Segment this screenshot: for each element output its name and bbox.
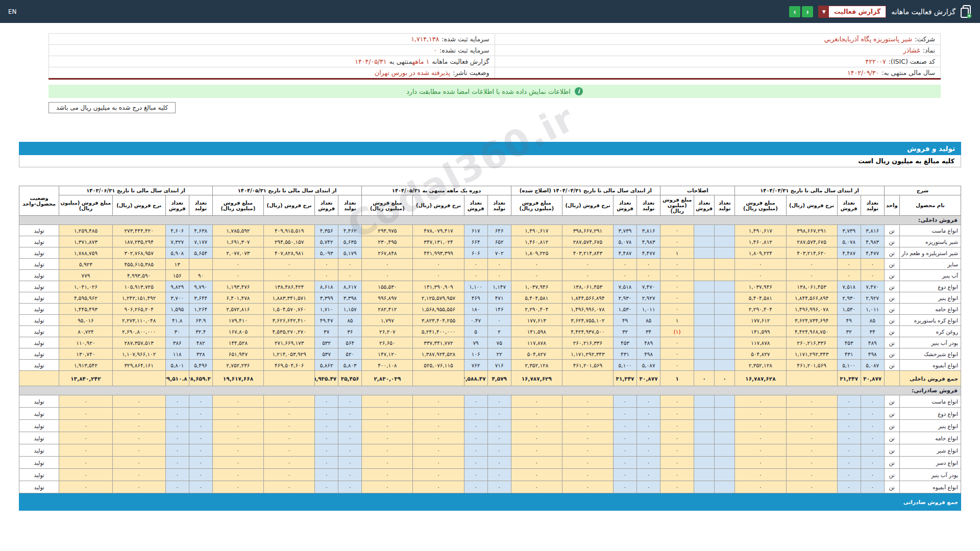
column-header: تعداد تولید [715,195,735,216]
data-cell: ۳۹۸,۶۶۷,۲۹۱ [786,225,837,236]
data-cell: ۳۴ [861,326,884,337]
data-cell: ۱,۴۶۰,۸۱۲ [735,236,786,247]
language-toggle[interactable]: EN [8,8,17,15]
data-cell: ۰ [837,432,861,444]
data-cell: ۱۶۷,۸۰۵ [212,326,263,337]
data-cell: ۱,۴۹۶,۹۹۶,۰۷۸ [562,304,613,315]
unit-cell: تن [884,420,899,432]
data-cell: ۵,۱۰۰ [614,360,637,371]
data-cell: ۰ [660,408,694,420]
data-cell: ۲۸۲,۴۱۲ [362,304,413,315]
data-cell: ۰ [735,444,786,457]
table-row: پودر آب پنیرتن۰۰۰۰۰۰۰۰۰۰۰۰۰۰۰۰۰۰۰۰۰تولید [19,469,961,481]
data-cell: ۰ [660,236,694,247]
table-row: شرکت:شیر پاستوریزه پگاه آذربايجانغربي سر… [49,34,941,45]
data-cell: ۰ [562,408,613,420]
data-cell: ۰ [165,469,189,481]
data-cell: ۰ [338,395,362,408]
data-cell: ۱۴۱,۳۹۰,۹۰۹ [413,281,464,292]
data-cell [715,225,735,236]
data-cell: ۳۰,۸۷۷ [861,371,884,386]
column-header: تعداد فروش [315,195,338,216]
data-cell: ۰ [338,420,362,432]
data-cell: ۰.۴۷ [464,315,487,326]
data-cell: ۰ [464,408,487,420]
data-cell [637,493,660,511]
product-name-cell: انواع کره پاستوریزه [899,315,961,326]
data-cell [694,457,715,469]
isic-code-cell: کد صنعت (ISIC):۴۲۲۰۰۷ [495,56,941,67]
data-cell: ۴,۴۷۷ [861,247,884,259]
data-cell: ۱,۰۳۷,۹۴۶ [735,281,786,292]
data-cell: ۰ [660,481,694,493]
data-cell: ۴۸۲ [189,337,212,348]
field-value: ۱۴۰۲/۰۹/۳۰ [847,69,879,77]
product-name-cell: پودر آب پنیر [899,469,961,481]
table-row: انواع پنیرتن۰۰۰۰۰۰۰۰۰۰۰۰۰۰۰۰۰۰۰۰۰تولید [19,420,961,432]
data-cell [264,371,315,386]
data-cell [715,247,735,259]
fiscal-year-end-cell: سال مالی منتهی به:۱۴۰۲/۰۹/۳۰ [495,67,941,79]
data-cell: ۳,۸۱۶ [861,225,884,236]
column-header: از ابتدای سال مالی تا تاریخ ۱۴۰۴/۰۵/۳۱ [212,186,361,195]
data-cell: ۱,۱۵۷ [338,304,362,315]
data-cell: ۳۲ [837,326,861,337]
data-cell: ۰ [264,432,315,444]
data-cell: ۰ [413,420,464,432]
data-cell: ۲۹۴,۹۷۵ [362,225,413,236]
data-cell: ۰ [464,444,487,457]
data-cell: ۰ [637,457,660,469]
data-cell: ۰ [165,420,189,432]
data-cell [694,326,715,337]
data-cell: ۰ [614,408,637,420]
data-cell: ۳,۶۴۴ [189,292,212,304]
status-cell: تولید [19,247,59,259]
data-cell: ۵,۱۰۰ [837,360,861,371]
column-header: نرخ فروش (ریال) [413,195,464,216]
topbar: گزارش فعالیت ماهانه گزارش فعالیت ▼ ‹ › E… [0,0,980,23]
data-cell: ۰ [837,395,861,408]
data-cell: ۸۵ [637,315,660,326]
page-title: گزارش فعالیت ماهانه [891,8,955,16]
data-cell: ۰ [660,259,694,270]
data-cell [694,292,715,304]
data-cell: ۰ [735,420,786,432]
data-cell: ۳,۶۲۴,۷۳۴,۶۹۴ [786,315,837,326]
data-cell: ۶۴۶ [487,225,511,236]
data-cell: ۴۵۳ [614,337,637,348]
data-cell: ۰ [837,408,861,420]
nav-previous-button[interactable]: ‹ [789,6,800,17]
data-cell: ۰ [338,444,362,457]
field-value: ۱,۷۱۴,۱۳۸ [411,35,439,43]
nav-next-button[interactable]: › [802,6,813,17]
product-name-cell: انواع دسر [899,457,961,469]
column-header: شرح [884,186,961,195]
data-cell: ۰ [212,469,263,481]
data-cell: ۱,۵۹۵ [165,304,189,315]
data-cell: ۳۹,۵۱۰.۸ [165,371,189,386]
unit-cell [884,371,899,386]
data-cell: ۰ [861,259,884,270]
data-cell: ۰ [614,481,637,493]
report-icon[interactable] [961,5,972,18]
table-row: انواع ماستتن۳,۸۱۶۳,۷۳۹۳۹۸,۶۶۷,۲۹۱۱,۴۹۰,۶… [19,225,961,236]
data-cell: ۰ [315,420,338,432]
data-cell: ۳۱,۳۴۷ [614,371,637,386]
report-type-dropdown[interactable]: گزارش فعالیت ▼ [818,6,886,18]
field-value: ۱۴۰۴/۰۵/۳۱ [355,58,386,65]
data-cell: ۳۰۲,۷۶۸,۹۵۷ [112,247,165,259]
data-cell: ۰ [212,481,263,493]
data-cell: ۸,۶۱۸ [315,281,338,292]
data-cell: ۰ [264,395,315,408]
data-cell: ۵,۴۹۶ [189,360,212,371]
field-value: غشاذر [903,46,920,54]
data-cell: ۰ [487,420,511,432]
unit-cell [884,493,899,511]
data-cell: ۷۷۹ [59,270,112,281]
data-cell: ۱,۵۰۴,۵۷۰,۷۶۰ [264,304,315,315]
column-header: تعداد تولید [487,195,511,216]
data-cell: ۳,۸۲۳,۴۰۴,۲۵۵ [413,315,464,326]
data-cell: ۲,۳۵۲,۱۲۸ [511,360,562,371]
data-cell: ۲۸۷,۵۷۴,۶۷۵ [562,236,613,247]
table-row: انواع شیرتن۰۰۰۰۰۰۰۰۰۰۰۰۰۰۰۰۰۰۰۰۰تولید [19,444,961,457]
